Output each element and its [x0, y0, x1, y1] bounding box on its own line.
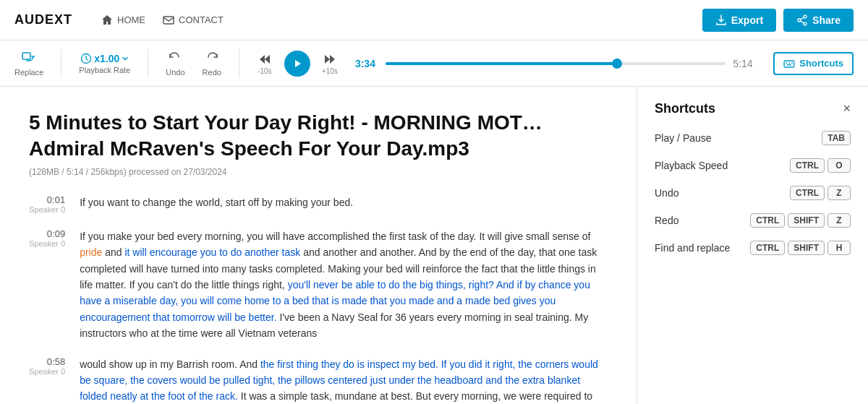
nav-actions: Export Share: [702, 9, 854, 32]
key-shift-1: SHIFT: [788, 213, 825, 228]
navbar: AUDEXT HOME CONTACT Export Share: [0, 0, 868, 40]
shortcuts-title: Shortcuts: [655, 101, 715, 116]
shortcut-name-play: Play / Pause: [655, 132, 712, 144]
speaker-1: Speaker 0: [29, 205, 65, 214]
transcript-block-1: 0:01 Speaker 0 If you want to change the…: [29, 194, 608, 214]
nav-contact[interactable]: CONTACT: [163, 14, 224, 26]
time-total: 5:14: [733, 58, 756, 69]
replace-icon: [21, 51, 37, 66]
key-tab: TAB: [822, 131, 851, 145]
undo-icon: [167, 51, 183, 66]
play-icon: [292, 59, 302, 69]
time-col-1: 0:01 Speaker 0: [29, 194, 65, 214]
shortcut-undo: Undo CTRL Z: [655, 186, 851, 200]
shortcut-play-pause: Play / Pause TAB: [655, 131, 851, 145]
rewind-button[interactable]: -10s: [257, 51, 273, 75]
share-button[interactable]: Share: [783, 9, 854, 32]
progress-fill: [386, 62, 617, 65]
progress-track[interactable]: [386, 62, 726, 65]
shortcut-keys-play: TAB: [822, 131, 851, 145]
time-3: 0:58: [29, 356, 65, 367]
share-icon: [796, 14, 808, 26]
transcript-block-3: 0:58 Speaker 0 would show up in my Barri…: [29, 356, 608, 404]
redo-button[interactable]: Redo: [203, 51, 221, 77]
nav-links: HOME CONTACT: [101, 14, 702, 26]
playback-rate-control[interactable]: x1.00 Playback Rate: [79, 53, 130, 74]
home-icon: [101, 14, 113, 26]
svg-rect-0: [163, 17, 174, 24]
svg-rect-4: [22, 53, 30, 59]
svg-rect-9: [791, 62, 793, 64]
nav-home[interactable]: HOME: [101, 14, 145, 26]
time-2: 0:09: [29, 228, 65, 239]
key-ctrl-3: CTRL: [750, 213, 785, 228]
time-col-3: 0:58 Speaker 0: [29, 356, 65, 404]
progress-area: 3:34 5:14: [355, 58, 756, 69]
content-area: 5 Minutes to Start Your Day Right! - MOR…: [0, 87, 637, 404]
forward-button[interactable]: +10s: [322, 51, 338, 75]
play-button[interactable]: [284, 51, 310, 77]
rewind-icon: [257, 51, 273, 67]
shortcut-keys-redo: CTRL SHIFT Z: [750, 213, 851, 228]
speaker-2: Speaker 0: [29, 239, 65, 248]
text-1[interactable]: If you want to change the world, start o…: [80, 194, 608, 214]
key-ctrl-1: CTRL: [790, 158, 825, 173]
key-z-1: Z: [827, 186, 851, 200]
shortcut-name-redo: Redo: [655, 215, 678, 226]
time-col-2: 0:09 Speaker 0: [29, 228, 65, 342]
shortcut-keys-find: CTRL SHIFT H: [750, 241, 851, 255]
shortcut-redo: Redo CTRL SHIFT Z: [655, 213, 851, 228]
shortcut-find-replace: Find and replace CTRL SHIFT H: [655, 241, 851, 255]
key-ctrl-2: CTRL: [790, 186, 825, 200]
main-area: 5 Minutes to Start Your Day Right! - MOR…: [0, 87, 868, 404]
shortcuts-close-button[interactable]: ×: [843, 101, 851, 116]
brand: AUDEXT: [14, 12, 72, 27]
export-button[interactable]: Export: [702, 9, 776, 32]
shortcut-keys-undo: CTRL Z: [790, 186, 851, 200]
svg-rect-10: [787, 64, 791, 66]
redo-icon: [204, 51, 220, 66]
transcript-block-2: 0:09 Speaker 0 If you make your bed ever…: [29, 228, 608, 342]
contact-icon: [163, 14, 174, 26]
toolbar: Replace x1.00 Playback Rate Undo Redo -1…: [0, 40, 868, 87]
text-3[interactable]: would show up in my Barrish room. And th…: [80, 356, 608, 404]
key-ctrl-4: CTRL: [750, 241, 785, 255]
transcript: 0:01 Speaker 0 If you want to change the…: [29, 194, 608, 404]
svg-point-2: [798, 19, 801, 22]
clock-icon: [80, 53, 92, 64]
shortcuts-button[interactable]: Shortcuts: [773, 52, 854, 75]
divider-1: [61, 49, 61, 78]
svg-rect-8: [788, 62, 790, 64]
undo-button[interactable]: Undo: [166, 51, 184, 77]
svg-rect-6: [784, 61, 794, 67]
key-h: H: [827, 241, 851, 255]
shortcut-name-find: Find and replace: [655, 242, 730, 254]
shortcuts-header: Shortcuts ×: [655, 101, 851, 116]
progress-thumb: [612, 59, 622, 69]
document-title: 5 Minutes to Start Your Day Right! - MOR…: [29, 110, 608, 163]
shortcut-playback-speed: Playback Speed CTRL O: [655, 158, 851, 173]
divider-3: [239, 49, 239, 78]
shortcut-name-undo: Undo: [655, 187, 678, 199]
svg-point-3: [804, 22, 807, 25]
shortcut-keys-speed: CTRL O: [790, 158, 851, 173]
text-2[interactable]: If you make your bed every morning, you …: [80, 228, 608, 342]
transport-controls: -10s +10s: [257, 51, 338, 77]
forward-icon: [322, 51, 338, 67]
keyboard-icon: [783, 58, 795, 69]
speaker-3: Speaker 0: [29, 367, 65, 376]
divider-2: [148, 49, 148, 78]
time-current: 3:34: [355, 58, 378, 69]
shortcuts-panel: Shortcuts × Play / Pause TAB Playback Sp…: [637, 87, 868, 404]
replace-button[interactable]: Replace: [14, 51, 43, 77]
key-z-2: Z: [827, 213, 851, 228]
chevron-down-icon: [122, 55, 129, 62]
svg-rect-7: [786, 62, 787, 64]
key-o: O: [827, 158, 851, 173]
document-meta: (128MB / 5:14 / 256kbps) processed on 27…: [29, 167, 608, 177]
key-shift-2: SHIFT: [788, 241, 825, 255]
shortcut-name-speed: Playback Speed: [655, 160, 728, 171]
export-icon: [715, 14, 727, 26]
time-1: 0:01: [29, 194, 65, 205]
svg-point-1: [804, 15, 807, 18]
